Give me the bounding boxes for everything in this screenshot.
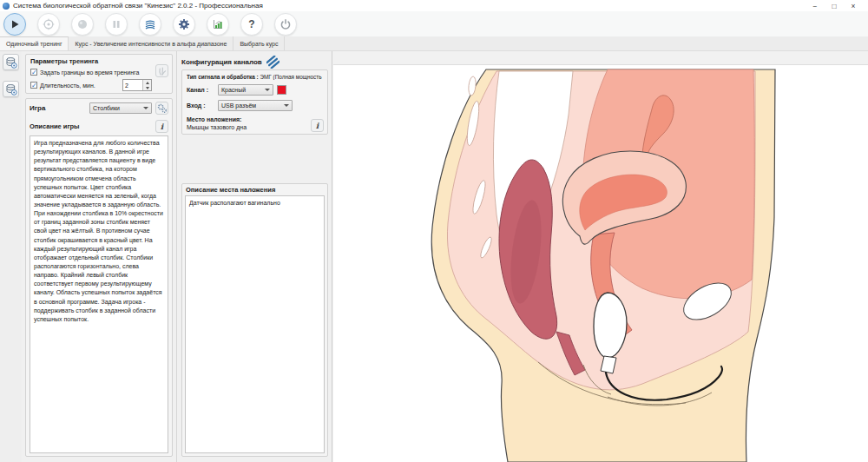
placement-desc-title: Описание места наложения <box>182 184 327 195</box>
placement-value: Мышцы тазового дна <box>187 124 323 130</box>
game-description-title: Описание игры <box>30 122 80 130</box>
illustration-panel-header <box>333 51 868 65</box>
tab-label: Выбрать курс <box>240 41 278 47</box>
statistics-button[interactable] <box>207 13 229 36</box>
window-controls: − □ × <box>806 0 863 11</box>
chevron-down-icon <box>284 104 289 107</box>
gear-icon <box>178 18 190 30</box>
toolbar: ? <box>0 11 868 37</box>
pause-button[interactable] <box>105 13 128 36</box>
placement-info-button[interactable]: i <box>311 119 324 132</box>
game-description-header: Описание игры i <box>30 120 168 133</box>
chevron-up-icon <box>146 82 149 84</box>
app-window: Система биологической обратной связи "Ки… <box>0 0 868 462</box>
training-params-group: Параметры тренинга ✓ Задать границы во в… <box>25 54 173 94</box>
session-stack-button-2[interactable] <box>3 81 19 97</box>
input-select[interactable]: USB разъём <box>218 100 293 111</box>
tab-choose-course[interactable]: Выбрать курс <box>233 36 285 50</box>
tab-course-alpha[interactable]: Курс - Увеличение интенсивности в альфа … <box>69 36 233 50</box>
minimize-button[interactable]: − <box>806 0 825 11</box>
game-select[interactable]: Столбики <box>89 102 152 114</box>
pelvic-anatomy-illustration <box>333 65 868 462</box>
game-description-text: Игра предназначена для любого количества… <box>30 135 168 453</box>
input-select-value: USB разъём <box>221 102 256 109</box>
left-icon-strip <box>0 51 23 462</box>
power-icon <box>279 18 292 30</box>
signal-type-line: Тип сигнала и обработка : ЭМГ (Полная мо… <box>187 74 323 80</box>
training-params-title: Параметры тренинга <box>30 57 168 65</box>
play-icon <box>10 19 20 30</box>
window-title: Система биологической обратной связи "Ки… <box>13 2 263 10</box>
help-button[interactable]: ? <box>240 13 263 36</box>
database-stack-icon <box>5 56 17 69</box>
question-mark-icon: ? <box>248 19 254 30</box>
channel-row: Канал : Красный <box>187 84 323 96</box>
duration-spinner[interactable]: 2 <box>122 79 152 91</box>
game-settings-button[interactable] <box>155 102 168 115</box>
gears-icon <box>157 103 168 114</box>
training-panel: Параметры тренинга ✓ Задать границы во в… <box>22 51 177 462</box>
channels-config-icon <box>266 56 279 69</box>
duration-checkbox[interactable]: ✓ <box>30 82 37 89</box>
game-info-button[interactable]: i <box>155 120 168 133</box>
tab-bar: Одиночный тренинг Курс - Увеличение инте… <box>0 36 868 51</box>
placement-desc-text: Датчик располагают вагинально <box>185 195 325 453</box>
set-bounds-checkbox[interactable]: ✓ <box>30 69 37 76</box>
game-row: Игра Столбики <box>30 102 168 115</box>
game-group: Игра Столбики Описание игры i Игра предн… <box>25 98 173 457</box>
placement-description-group: Описание места наложения Датчик располаг… <box>181 183 328 457</box>
illustration-panel <box>333 51 868 462</box>
channel-select[interactable]: Красный <box>218 84 273 96</box>
snapshot-button[interactable] <box>71 13 94 36</box>
layers-icon <box>144 18 156 30</box>
record-target-icon <box>43 18 55 30</box>
play-button[interactable] <box>3 13 26 36</box>
hand-icon <box>157 66 168 76</box>
tab-label: Одиночный тренинг <box>6 41 62 47</box>
info-icon: i <box>161 122 163 131</box>
signal-type-label: Тип сигнала и обработка : <box>187 74 259 80</box>
info-icon: i <box>316 122 319 130</box>
tab-single-training[interactable]: Одиночный тренинг <box>0 36 69 50</box>
spin-down-button[interactable] <box>143 85 151 90</box>
settings-button[interactable] <box>173 13 195 36</box>
bar-chart-icon <box>212 18 224 30</box>
chevron-down-icon <box>265 89 270 91</box>
set-bounds-label: Задать границы во время тренинга <box>40 69 139 76</box>
maximize-button[interactable]: □ <box>825 0 844 11</box>
session-stack-button-1[interactable] <box>3 54 19 70</box>
channels-panel: Конфигурация каналов Тип сигнала и обраб… <box>178 51 332 462</box>
content-area: Параметры тренинга ✓ Задать границы во в… <box>0 51 868 462</box>
input-row: Вход : USB разъём <box>187 100 323 111</box>
game-label: Игра <box>30 104 86 112</box>
spinner-arrows <box>142 80 151 90</box>
record-button[interactable] <box>37 13 60 36</box>
signal-type-value: ЭМГ (Полная мощность спектра) <box>260 74 323 80</box>
placement-label: Место наложения: <box>187 116 323 122</box>
channels-header: Конфигурация каналов <box>181 54 328 69</box>
sphere-icon <box>76 18 89 30</box>
channel-color-swatch[interactable] <box>277 85 286 95</box>
power-button[interactable] <box>274 13 297 36</box>
channel-label: Канал : <box>187 87 214 93</box>
chevron-down-icon <box>146 87 149 89</box>
input-label: Вход : <box>187 102 214 109</box>
close-button[interactable]: × <box>844 0 863 11</box>
tab-label: Курс - Увеличение интенсивности в альфа … <box>75 41 227 47</box>
duration-row: ✓ Длительность, мин. 2 <box>30 79 168 91</box>
sessions-button[interactable] <box>139 13 161 36</box>
duration-label: Длительность, мин. <box>40 82 95 89</box>
chevron-down-icon <box>143 107 148 109</box>
pause-icon <box>111 19 122 30</box>
title-bar: Система биологической обратной связи "Ки… <box>0 0 868 11</box>
channel-config-box: Тип сигнала и обработка : ЭМГ (Полная мо… <box>181 69 328 135</box>
duration-value: 2 <box>123 80 142 90</box>
manual-bounds-button[interactable] <box>155 64 168 77</box>
set-bounds-row: ✓ Задать границы во время тренинга <box>30 69 168 76</box>
database-stack-icon <box>5 83 17 96</box>
channel-select-value: Красный <box>221 87 246 93</box>
game-select-value: Столбики <box>93 105 120 111</box>
app-icon <box>3 3 10 10</box>
channels-title: Конфигурация каналов <box>181 58 262 66</box>
